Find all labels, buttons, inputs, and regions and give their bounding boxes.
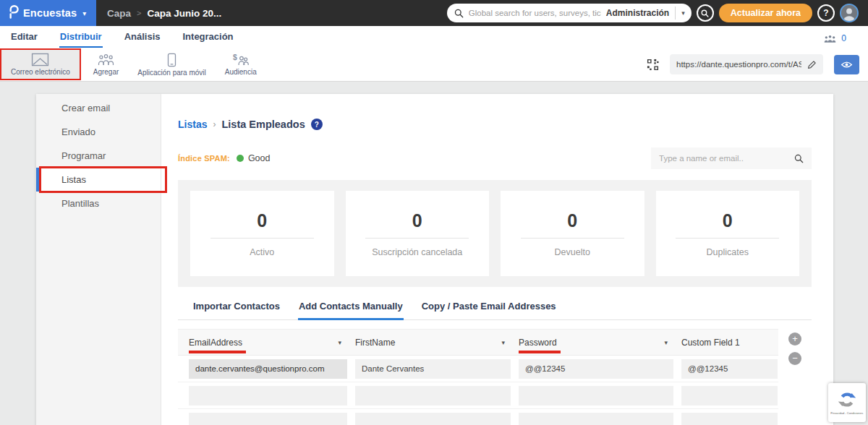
spam-index-label: Índice SPAM: [178,154,230,163]
custom-field-1-field[interactable] [681,359,778,379]
sidebar-item-crear-email[interactable]: Crear email [36,96,161,120]
qr-code-icon[interactable] [647,59,659,71]
firstname-field[interactable] [355,386,511,405]
edit-pencil-icon[interactable] [807,60,817,69]
list-help-icon[interactable]: ? [311,119,323,130]
search-icon [454,9,464,18]
global-search: Administración ▾ [447,4,692,22]
stat-value: 0 [257,210,267,231]
stat-card-devuelto: 0 Devuelto [501,191,644,276]
stat-card-duplicates: 0 Duplicates [656,191,800,276]
password-field[interactable] [519,359,673,379]
lists-main: Listas › Lista Empleados ? Índice SPAM: … [161,94,833,425]
recaptcha-terms-label[interactable]: Privacidad - Condiciones [831,411,864,414]
breadcrumb-folder-link[interactable]: Capa [107,8,131,19]
contact-search-input[interactable] [659,154,788,163]
divider [521,238,624,239]
tab-integracion[interactable]: Integración [182,27,234,48]
product-switcher[interactable]: Encuestas ▾ [0,0,96,26]
tool-label: Correo electrónico [11,68,70,76]
toolbar-link-tools: https://dante.questionpro.com/t/AS [647,54,859,74]
global-search-input[interactable] [469,9,601,17]
sidebar-item-programar[interactable]: Programar [36,144,161,168]
custom-field-1-field[interactable] [681,413,778,425]
spam-status-value: Good [248,153,271,163]
tab-add-contacts-manually[interactable]: Add Contacts Manually [298,294,404,320]
sidebar-item-listas[interactable]: Listas [36,168,161,192]
tab-copy-paste-emails[interactable]: Copy / Paste Email Addresses [421,294,557,320]
email-field[interactable] [189,413,347,425]
preview-button[interactable] [834,55,859,74]
tool-agregar[interactable]: Agregar [84,50,129,79]
email-field[interactable] [189,386,347,405]
divider [365,238,469,239]
column-dropdown-firstname[interactable]: FirstName ▾ [355,330,511,355]
distribution-toolbar: Correo electrónico Agregar Aplicación pa… [0,48,868,82]
chevron-down-icon: ▾ [338,339,347,346]
tab-distribuir[interactable]: Distribuir [59,27,103,48]
tool-label: Agregar [93,68,119,76]
tab-importar-contactos[interactable]: Importar Contactos [192,294,281,320]
topbar-actions: Administración ▾ Actualizar ahora ? [447,4,868,22]
chevron-down-icon: ▾ [664,339,673,346]
breadcrumb-separator: > [137,9,141,17]
column-dropdown-password[interactable]: Password ▾ [519,330,673,355]
column-dropdown-emailaddress[interactable]: EmailAddress ▾ [189,330,347,355]
page-content: Crear email Enviado Programar Listas Pla… [0,82,868,425]
column-label: FirstName [355,338,395,348]
email-distribution-panel: Crear email Enviado Programar Listas Pla… [36,94,833,425]
stat-label: Duplicates [707,247,749,257]
column-label: EmailAddress [189,338,242,348]
custom-field-1-field[interactable] [681,386,778,405]
search-scope-dropdown[interactable]: Administración ▾ [606,7,689,20]
tool-correo-electronico[interactable]: Correo electrónico [1,50,80,79]
product-label: Encuestas [23,7,77,19]
email-field[interactable] [189,359,347,379]
stat-label: Devuelto [555,247,590,257]
tool-audiencia[interactable]: $ Audiencia [216,50,266,79]
divider [676,238,779,239]
tool-aplicacion-movil[interactable]: Aplicación para móvil [128,50,216,79]
people-add-icon [97,53,115,66]
password-field[interactable] [519,413,673,425]
mobile-phone-icon [167,53,176,67]
responses-counter[interactable]: 0 [823,33,846,48]
stat-value: 0 [412,210,422,231]
divider [675,7,676,20]
search-button[interactable] [697,4,714,22]
tab-analisis[interactable]: Análisis [124,27,161,48]
column-custom-field-1[interactable]: Custom Field 1 [681,330,778,355]
recaptcha-badge[interactable]: Privacidad - Condiciones [828,383,866,422]
recaptcha-icon [838,390,856,409]
user-avatar[interactable] [840,4,859,22]
annotation-red-box [39,166,167,193]
column-label: Custom Field 1 [681,338,740,348]
survey-url-field[interactable]: https://dante.questionpro.com/t/AS [670,54,823,74]
row-controls: + − [778,329,812,425]
firstname-field[interactable] [355,359,511,379]
survey-nav-tabs: Editar Distribuir Análisis Integración 0 [0,26,868,48]
add-column-button[interactable]: + [788,332,801,345]
remove-column-button[interactable]: − [788,352,801,365]
email-sidebar: Crear email Enviado Programar Listas Pla… [36,94,161,425]
sidebar-item-label: Listas [61,174,86,185]
audience-dollar-icon: $ [231,53,250,66]
manual-contacts-table: EmailAddress ▾ FirstName ▾ Password ▾ [178,329,812,425]
update-now-button[interactable]: Actualizar ahora [719,4,812,22]
sidebar-item-enviado[interactable]: Enviado [36,120,161,144]
sidebar-item-plantillas[interactable]: Plantillas [36,192,161,215]
tab-editar[interactable]: Editar [10,27,38,48]
firstname-field[interactable] [355,413,511,425]
spam-index-row: Índice SPAM: Good [178,147,812,169]
search-scope-label: Administración [606,8,669,18]
breadcrumb-listas-link[interactable]: Listas [178,119,207,130]
password-field[interactable] [519,386,673,405]
stat-value: 0 [567,210,577,231]
contacts-grid: EmailAddress ▾ FirstName ▾ Password ▾ [178,329,778,425]
people-group-icon [823,34,837,43]
list-name: Lista Empleados [221,119,305,130]
help-button[interactable]: ? [817,4,835,22]
breadcrumb-survey-name[interactable]: Capa Junio 20... [147,8,221,19]
tool-label: Audiencia [225,68,257,76]
survey-breadcrumb: Capa > Capa Junio 20... [107,8,221,19]
